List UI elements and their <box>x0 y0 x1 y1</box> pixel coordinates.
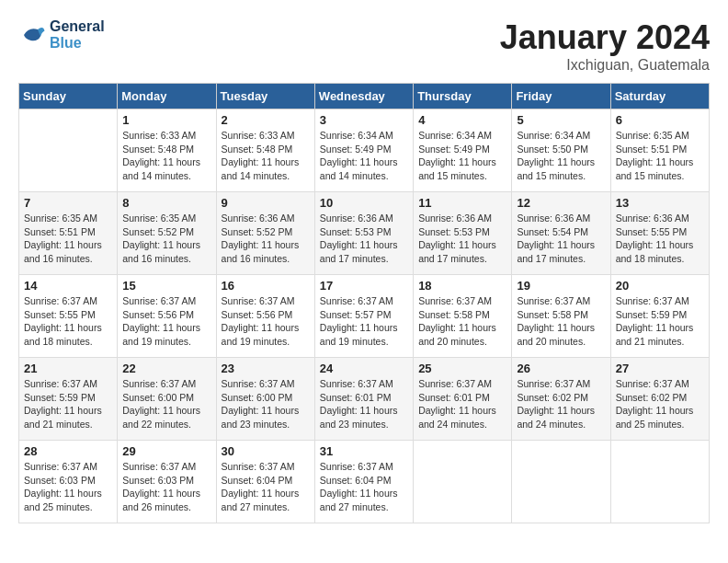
day-number: 20 <box>616 279 704 293</box>
day-number: 9 <box>222 196 310 210</box>
day-info: Sunrise: 6:36 AM Sunset: 5:55 PM Dayligh… <box>616 212 704 266</box>
calendar-cell: 22Sunrise: 6:37 AM Sunset: 6:00 PM Dayli… <box>118 358 216 441</box>
day-number: 12 <box>517 196 605 210</box>
day-info: Sunrise: 6:34 AM Sunset: 5:50 PM Dayligh… <box>517 129 605 183</box>
day-info: Sunrise: 6:37 AM Sunset: 5:55 PM Dayligh… <box>24 294 112 349</box>
day-info: Sunrise: 6:37 AM Sunset: 6:02 PM Dayligh… <box>616 377 704 431</box>
page-header: General Blue January 2024 Ixchiguan, Gua… <box>18 18 710 74</box>
week-row-4: 21Sunrise: 6:37 AM Sunset: 5:59 PM Dayli… <box>19 358 710 441</box>
day-info: Sunrise: 6:33 AM Sunset: 5:48 PM Dayligh… <box>122 129 210 183</box>
day-number: 30 <box>222 444 310 458</box>
day-number: 19 <box>517 279 605 293</box>
week-row-1: 1Sunrise: 6:33 AM Sunset: 5:48 PM Daylig… <box>19 109 710 192</box>
day-number: 15 <box>122 279 210 293</box>
calendar-cell: 15Sunrise: 6:37 AM Sunset: 5:56 PM Dayli… <box>118 275 216 358</box>
calendar-cell: 29Sunrise: 6:37 AM Sunset: 6:03 PM Dayli… <box>118 441 216 523</box>
calendar-cell <box>512 441 610 523</box>
calendar-cell: 17Sunrise: 6:37 AM Sunset: 5:57 PM Dayli… <box>314 275 413 358</box>
day-info: Sunrise: 6:37 AM Sunset: 6:00 PM Dayligh… <box>222 377 310 431</box>
calendar-cell: 8Sunrise: 6:35 AM Sunset: 5:52 PM Daylig… <box>118 192 216 275</box>
day-info: Sunrise: 6:34 AM Sunset: 5:49 PM Dayligh… <box>320 129 408 183</box>
day-number: 11 <box>418 196 506 210</box>
calendar-cell: 6Sunrise: 6:35 AM Sunset: 5:51 PM Daylig… <box>610 109 709 192</box>
day-number: 2 <box>222 113 310 127</box>
calendar-cell: 1Sunrise: 6:33 AM Sunset: 5:48 PM Daylig… <box>118 109 216 192</box>
calendar-cell: 23Sunrise: 6:37 AM Sunset: 6:00 PM Dayli… <box>216 358 314 441</box>
day-number: 13 <box>616 196 704 210</box>
day-number: 3 <box>320 113 408 127</box>
month-title: January 2024 <box>500 18 710 57</box>
day-number: 6 <box>616 113 704 127</box>
day-info: Sunrise: 6:37 AM Sunset: 5:58 PM Dayligh… <box>517 294 605 349</box>
title-block: January 2024 Ixchiguan, Guatemala <box>500 18 710 74</box>
day-number: 7 <box>24 196 112 210</box>
calendar-cell: 21Sunrise: 6:37 AM Sunset: 5:59 PM Dayli… <box>19 358 118 441</box>
day-number: 10 <box>320 196 408 210</box>
day-number: 17 <box>320 279 408 293</box>
day-info: Sunrise: 6:37 AM Sunset: 5:59 PM Dayligh… <box>616 294 704 349</box>
week-row-2: 7Sunrise: 6:35 AM Sunset: 5:51 PM Daylig… <box>19 192 710 275</box>
day-number: 31 <box>320 444 408 458</box>
week-row-5: 28Sunrise: 6:37 AM Sunset: 6:03 PM Dayli… <box>19 441 710 523</box>
day-number: 29 <box>122 444 210 458</box>
day-header-sunday: Sunday <box>19 84 118 109</box>
calendar-cell <box>19 109 118 192</box>
day-header-thursday: Thursday <box>414 84 512 109</box>
calendar-cell: 10Sunrise: 6:36 AM Sunset: 5:53 PM Dayli… <box>314 192 413 275</box>
day-info: Sunrise: 6:36 AM Sunset: 5:52 PM Dayligh… <box>222 212 310 266</box>
day-header-wednesday: Wednesday <box>314 84 413 109</box>
day-number: 25 <box>418 362 506 375</box>
calendar-cell: 18Sunrise: 6:37 AM Sunset: 5:58 PM Dayli… <box>414 275 512 358</box>
day-info: Sunrise: 6:35 AM Sunset: 5:51 PM Dayligh… <box>616 129 704 183</box>
day-number: 27 <box>616 362 704 375</box>
day-info: Sunrise: 6:33 AM Sunset: 5:48 PM Dayligh… <box>222 129 310 183</box>
calendar-cell: 7Sunrise: 6:35 AM Sunset: 5:51 PM Daylig… <box>19 192 118 275</box>
day-info: Sunrise: 6:37 AM Sunset: 5:59 PM Dayligh… <box>24 377 112 431</box>
calendar-cell: 14Sunrise: 6:37 AM Sunset: 5:55 PM Dayli… <box>19 275 118 358</box>
day-info: Sunrise: 6:36 AM Sunset: 5:54 PM Dayligh… <box>517 212 605 266</box>
day-header-tuesday: Tuesday <box>216 84 314 109</box>
day-info: Sunrise: 6:36 AM Sunset: 5:53 PM Dayligh… <box>320 212 408 266</box>
calendar-cell: 9Sunrise: 6:36 AM Sunset: 5:52 PM Daylig… <box>216 192 314 275</box>
day-number: 26 <box>517 362 605 375</box>
day-info: Sunrise: 6:37 AM Sunset: 6:03 PM Dayligh… <box>24 460 112 514</box>
calendar-cell: 4Sunrise: 6:34 AM Sunset: 5:49 PM Daylig… <box>414 109 512 192</box>
day-info: Sunrise: 6:37 AM Sunset: 6:01 PM Dayligh… <box>418 377 506 431</box>
day-number: 5 <box>517 113 605 127</box>
calendar-cell: 13Sunrise: 6:36 AM Sunset: 5:55 PM Dayli… <box>610 192 709 275</box>
calendar-cell <box>610 441 709 523</box>
day-header-saturday: Saturday <box>610 84 709 109</box>
calendar-cell <box>414 441 512 523</box>
day-info: Sunrise: 6:36 AM Sunset: 5:53 PM Dayligh… <box>418 212 506 266</box>
day-number: 18 <box>418 279 506 293</box>
calendar-cell: 3Sunrise: 6:34 AM Sunset: 5:49 PM Daylig… <box>314 109 413 192</box>
calendar-cell: 19Sunrise: 6:37 AM Sunset: 5:58 PM Dayli… <box>512 275 610 358</box>
day-number: 16 <box>222 279 310 293</box>
day-info: Sunrise: 6:37 AM Sunset: 6:02 PM Dayligh… <box>517 377 605 431</box>
calendar-cell: 5Sunrise: 6:34 AM Sunset: 5:50 PM Daylig… <box>512 109 610 192</box>
logo-text: General Blue <box>50 18 105 52</box>
day-number: 22 <box>122 362 210 375</box>
calendar-cell: 30Sunrise: 6:37 AM Sunset: 6:04 PM Dayli… <box>216 441 314 523</box>
calendar-header-row: SundayMondayTuesdayWednesdayThursdayFrid… <box>19 84 710 109</box>
day-info: Sunrise: 6:37 AM Sunset: 5:58 PM Dayligh… <box>418 294 506 349</box>
calendar-cell: 25Sunrise: 6:37 AM Sunset: 6:01 PM Dayli… <box>414 358 512 441</box>
calendar-cell: 24Sunrise: 6:37 AM Sunset: 6:01 PM Dayli… <box>314 358 413 441</box>
day-number: 23 <box>222 362 310 375</box>
week-row-3: 14Sunrise: 6:37 AM Sunset: 5:55 PM Dayli… <box>19 275 710 358</box>
day-info: Sunrise: 6:37 AM Sunset: 5:57 PM Dayligh… <box>320 294 408 349</box>
day-info: Sunrise: 6:37 AM Sunset: 6:04 PM Dayligh… <box>320 460 408 514</box>
day-info: Sunrise: 6:34 AM Sunset: 5:49 PM Dayligh… <box>418 129 506 183</box>
day-info: Sunrise: 6:35 AM Sunset: 5:52 PM Dayligh… <box>122 212 210 266</box>
day-info: Sunrise: 6:37 AM Sunset: 5:56 PM Dayligh… <box>122 294 210 349</box>
day-info: Sunrise: 6:37 AM Sunset: 6:03 PM Dayligh… <box>122 460 210 514</box>
day-number: 21 <box>24 362 112 375</box>
calendar-cell: 26Sunrise: 6:37 AM Sunset: 6:02 PM Dayli… <box>512 358 610 441</box>
day-info: Sunrise: 6:37 AM Sunset: 5:56 PM Dayligh… <box>222 294 310 349</box>
calendar-cell: 27Sunrise: 6:37 AM Sunset: 6:02 PM Dayli… <box>610 358 709 441</box>
calendar-cell: 12Sunrise: 6:36 AM Sunset: 5:54 PM Dayli… <box>512 192 610 275</box>
logo: General Blue <box>18 18 105 52</box>
calendar-cell: 11Sunrise: 6:36 AM Sunset: 5:53 PM Dayli… <box>414 192 512 275</box>
calendar-table: SundayMondayTuesdayWednesdayThursdayFrid… <box>18 83 710 523</box>
day-info: Sunrise: 6:37 AM Sunset: 6:04 PM Dayligh… <box>222 460 310 514</box>
